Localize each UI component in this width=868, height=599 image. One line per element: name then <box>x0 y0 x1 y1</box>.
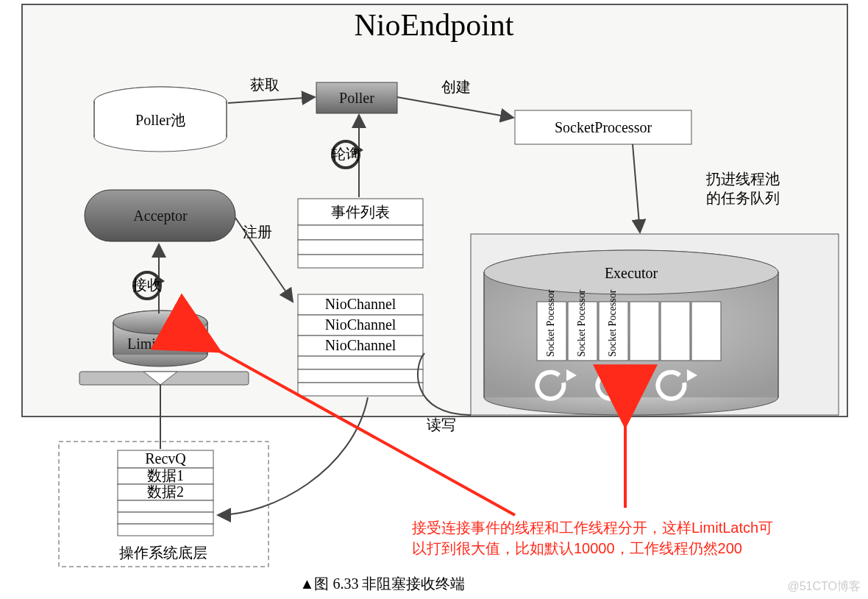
svg-rect-42 <box>691 302 721 361</box>
recvq-label: RecvQ <box>145 450 186 467</box>
edge-readwrite: 读写 <box>427 417 456 433</box>
socket-processor-label: SocketProcessor <box>555 119 652 135</box>
edge-register: 注册 <box>243 224 272 240</box>
svg-rect-17 <box>298 356 423 369</box>
nio-channel-2: NioChannel <box>325 316 396 333</box>
os-layer-label: 操作系统底层 <box>119 545 207 561</box>
poller-pool-label: Poller池 <box>135 112 185 128</box>
executor-label: Executor <box>605 265 658 281</box>
annotation-line2: 以打到很大值，比如默认10000，工作线程仍然200 <box>412 540 742 556</box>
svg-rect-63 <box>118 500 213 512</box>
recvq-row2: 数据2 <box>147 483 184 500</box>
os-layer: RecvQ 数据1 数据2 操作系统底层 <box>59 442 268 567</box>
event-list-label: 事件列表 <box>331 204 390 220</box>
svg-text:接收: 接收 <box>132 277 162 293</box>
slot-1: Socket Pocessor <box>545 289 556 357</box>
svg-rect-41 <box>661 302 690 361</box>
edge-create: 创建 <box>441 79 471 95</box>
svg-rect-64 <box>118 512 213 524</box>
edge-throw-1: 扔进线程池 <box>705 171 780 187</box>
limit-latch-label: LimitLatch <box>127 336 193 352</box>
svg-rect-18 <box>298 369 423 383</box>
svg-rect-12 <box>298 240 423 255</box>
svg-rect-13 <box>298 255 423 268</box>
watermark: @51CTO博客 <box>787 579 861 595</box>
nio-channel-3: NioChannel <box>325 337 396 353</box>
diagram-title: NioEndpoint <box>355 8 514 42</box>
svg-rect-65 <box>118 524 213 536</box>
acceptor-node: Acceptor <box>85 190 235 241</box>
svg-rect-19 <box>298 383 423 396</box>
nio-channel-stack: NioChannel NioChannel NioChannel <box>298 294 423 396</box>
svg-text:轮询: 轮询 <box>331 146 360 162</box>
slot-2: Socket Pocessor <box>576 289 587 357</box>
edge-throw-2: 的任务队列 <box>706 190 780 206</box>
edge-fetch: 获取 <box>250 77 280 93</box>
poller-label: Poller <box>339 90 374 106</box>
poller-node: Poller <box>316 82 397 113</box>
figure-caption: ▲图 6.33 非阻塞接收终端 <box>300 575 466 592</box>
executor-node: Executor Socket Pocessor Socket Pocessor… <box>471 234 839 415</box>
recvq-row1: 数据1 <box>147 467 184 483</box>
nio-endpoint-diagram: NioEndpoint Poller池 Poller SocketProcess… <box>0 0 868 599</box>
svg-rect-11 <box>298 225 423 240</box>
slot-3: Socket Pocessor <box>607 289 618 357</box>
acceptor-label: Acceptor <box>133 208 188 224</box>
event-list-node: 事件列表 <box>298 199 423 268</box>
poller-pool-node: Poller池 <box>94 87 227 152</box>
svg-rect-40 <box>630 302 659 361</box>
svg-point-24 <box>113 311 207 334</box>
socket-processor-node: SocketProcessor <box>515 110 691 144</box>
nio-channel-1: NioChannel <box>325 296 396 312</box>
annotation-line1: 接受连接事件的线程和工作线程分开，这样LimitLatch可 <box>412 520 773 536</box>
